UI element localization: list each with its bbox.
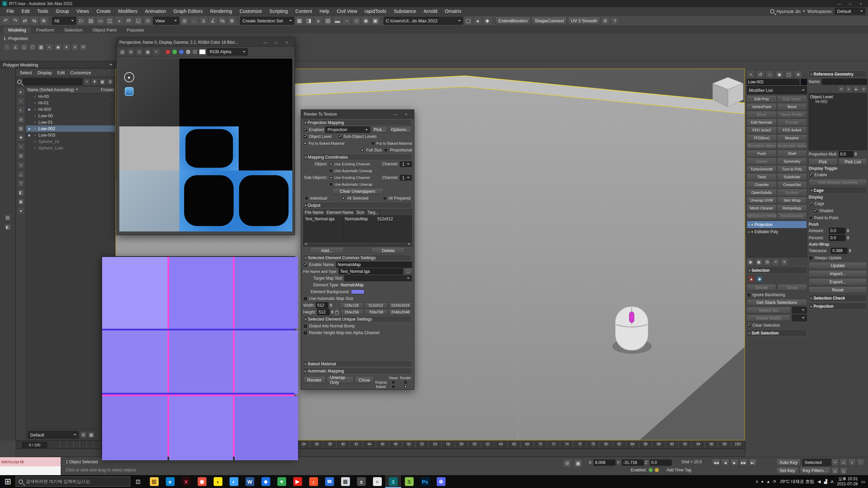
cage-checkbox[interactable] <box>809 202 813 206</box>
modifier-list-select[interactable]: Modifier List <box>747 86 807 94</box>
menu-item[interactable]: Substance <box>390 7 420 16</box>
select-matid-button[interactable]: Select MatID <box>747 314 791 321</box>
clear-search-icon[interactable]: × <box>83 78 90 85</box>
kakaotalk-icon[interactable]: ◗ <box>210 475 226 488</box>
menu-item[interactable]: Tools <box>34 7 52 16</box>
proportional-radio[interactable] <box>384 148 388 152</box>
display-shapes-icon[interactable]: ◐ <box>17 106 25 114</box>
create-selection-set-input[interactable]: Create Selection Set <box>240 17 294 25</box>
scene-object-row[interactable]: ◉ ○ Hi-002 · <box>26 106 115 113</box>
undo-icon[interactable]: ↶ <box>1 16 10 25</box>
projection-modifier-select[interactable]: Projection <box>325 126 370 133</box>
modifier-button[interactable]: Shell <box>777 150 807 157</box>
clear-selection-checkbox[interactable] <box>747 323 751 328</box>
edit-named-sets-icon[interactable]: ▦ <box>295 16 304 25</box>
frozen-toggle[interactable]: · <box>98 120 114 125</box>
ribbon-tab[interactable]: Modeling <box>3 27 31 33</box>
ribbon-tab[interactable]: Freeform <box>32 27 59 33</box>
modifier-button[interactable]: Fillet/Chamfer <box>777 212 807 220</box>
views-baked-radio[interactable] <box>391 385 395 389</box>
export-button[interactable]: Export... <box>809 278 867 285</box>
subobject-auto-unwrap-radio[interactable] <box>329 182 333 186</box>
key-filters-button[interactable]: Key Filters... <box>800 467 830 474</box>
menu-item[interactable]: Customize <box>236 7 265 16</box>
custom-script-button[interactable]: ShapeConnect <box>532 17 567 25</box>
output-column-header[interactable]: File Name <box>303 209 325 216</box>
select-and-rotate-icon[interactable]: ⟳ <box>124 16 133 25</box>
onedrive-icon[interactable]: ● <box>761 479 764 484</box>
clone-window-icon[interactable]: ⧉ <box>127 48 135 56</box>
close-window-icon[interactable]: × <box>282 39 292 45</box>
mirror-icon[interactable]: ◨ <box>304 16 313 25</box>
modifier-button[interactable]: Morpher <box>777 134 807 142</box>
close-dialog-button[interactable]: Close <box>355 376 374 384</box>
select-and-manipulate-icon[interactable]: ◌ <box>190 16 198 25</box>
taskbar-search-input[interactable]: 검색하려면 여기에 입력하십시오. <box>16 476 130 487</box>
isolate-selection-toggle-icon[interactable]: ⊘ <box>563 459 572 468</box>
calendar-icon[interactable]: ▦ <box>337 475 353 488</box>
workspace-select[interactable]: Default <box>835 8 865 15</box>
modifier-button[interactable]: CreaseSet <box>777 181 807 188</box>
stack-item[interactable]: ● Editable Poly <box>747 228 807 235</box>
push-percent-spinner[interactable] <box>847 235 849 241</box>
open-explorer-icon[interactable]: ▤ <box>4 214 11 221</box>
automatic-mapping-section-header[interactable]: Automatic Mapping <box>303 368 412 374</box>
menu-item[interactable]: Create <box>93 7 114 16</box>
reference-name-input[interactable] <box>822 79 867 85</box>
channel-display-select[interactable]: RGB Alpha <box>207 48 248 56</box>
ribbon-tab[interactable]: Object Paint <box>88 27 121 33</box>
repeat-icon[interactable]: ⟳ <box>80 43 87 51</box>
scene-object-row[interactable]: ○ Low-00 · <box>26 113 115 119</box>
object-level-checkbox[interactable] <box>303 135 308 139</box>
clear-unwrappers-button[interactable]: Clear Unwrappers <box>332 188 383 195</box>
collapse-icon[interactable]: ▾ <box>63 43 70 51</box>
map-size-preset-button[interactable]: 128x128 <box>340 302 363 308</box>
proportion-spinner[interactable] <box>854 151 857 157</box>
element-mode-icon[interactable]: ▦ <box>37 43 45 51</box>
utilities-tab-icon[interactable]: ※ <box>794 70 803 78</box>
views-original-radio[interactable] <box>391 380 395 384</box>
menu-item[interactable]: Content <box>292 7 316 16</box>
grow-button[interactable]: Grow <box>777 284 807 291</box>
frozen-toggle[interactable]: · <box>98 113 114 118</box>
render-setup-icon[interactable]: ▣ <box>371 16 380 25</box>
zoom-icon[interactable]: ⌖ <box>831 459 839 466</box>
modifier-button[interactable]: FFD 3x3x3 <box>747 126 777 134</box>
notification-center-icon[interactable]: ▭ <box>861 479 865 484</box>
modifier-button[interactable]: Push <box>747 150 777 157</box>
whale-browser-icon[interactable]: ◐ <box>226 475 242 488</box>
individual-radio[interactable] <box>304 196 309 200</box>
modifier-button[interactable]: Normalize Spline <box>747 142 777 149</box>
explorer-menu-item[interactable]: Display <box>35 70 54 76</box>
enabled-amber-dot[interactable] <box>655 468 659 472</box>
expand-reference-icon[interactable]: ▸ <box>853 86 860 92</box>
scene-object-row[interactable]: ○ Hi-00 · <box>26 93 115 100</box>
select-and-place-icon[interactable]: ⊙ <box>143 16 152 25</box>
aspect-lock-icon[interactable] <box>335 311 339 314</box>
vertex-mode-icon[interactable]: ∴ <box>3 43 11 51</box>
point-to-point-radio[interactable] <box>809 216 813 220</box>
always-update-checkbox[interactable] <box>809 256 813 260</box>
volume-icon[interactable]: ◀ <box>817 479 821 484</box>
menu-item[interactable]: Modifiers <box>114 7 141 16</box>
pick-button[interactable]: Pick <box>809 158 837 165</box>
modifier-button[interactable]: Extrude <box>777 119 807 126</box>
use-pivot-center-icon[interactable]: ◎ <box>180 16 189 25</box>
redo-icon[interactable]: ↷ <box>11 16 20 25</box>
signed-in-user[interactable]: Hyunsuk Jin <box>776 9 801 14</box>
display-bones-icon[interactable]: △ <box>17 170 25 178</box>
menu-item[interactable]: File <box>3 7 18 16</box>
soft-selection-rollout-header[interactable]: Soft Selection <box>747 329 807 337</box>
menu-item[interactable]: Animation <box>141 7 170 16</box>
frozen-toggle[interactable]: · <box>98 133 114 138</box>
print-image-icon[interactable]: ⎙ <box>136 48 143 56</box>
new-layer-icon[interactable]: ⊞ <box>80 431 87 438</box>
material-editor-icon[interactable]: ◉ <box>361 16 370 25</box>
file-explorer-icon[interactable]: ▥ <box>146 475 162 488</box>
cage-rollout-header[interactable]: Cage <box>809 187 867 194</box>
chrome-icon[interactable]: ◉ <box>194 475 210 488</box>
modifier-button[interactable]: Symmetry <box>777 158 807 165</box>
output-column-header[interactable]: Element Name <box>325 209 355 216</box>
viewport-layout-icon[interactable]: ◧ <box>4 224 11 230</box>
green-channel-toggle[interactable] <box>172 49 177 55</box>
